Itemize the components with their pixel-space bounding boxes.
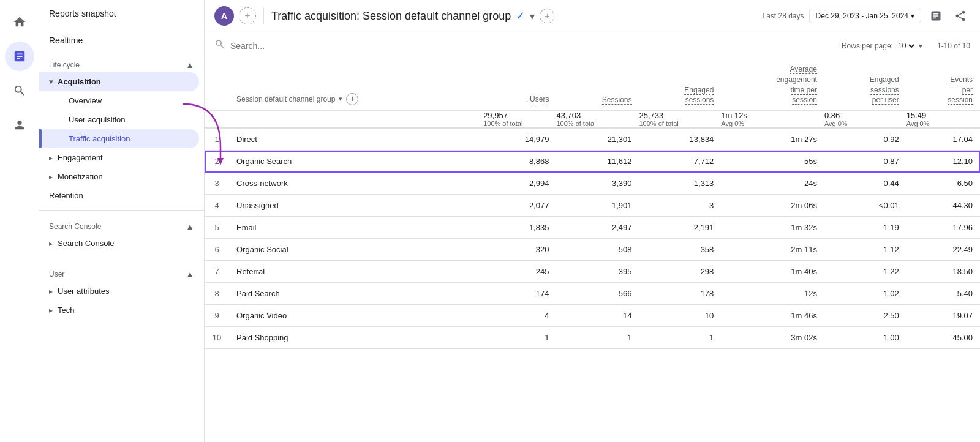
dropdown-icon: ▾ bbox=[919, 42, 922, 50]
eng-per-user-cell: <0.01 bbox=[824, 195, 907, 217]
table-row[interactable]: 9 Organic Video 4 14 10 1m 46s 2.50 19.0… bbox=[205, 305, 980, 327]
table-row[interactable]: 5 Email 1,835 2,497 2,191 1m 32s 1.19 17… bbox=[205, 217, 980, 239]
sessions-cell: 21,301 bbox=[556, 128, 639, 151]
rank-cell: 5 bbox=[205, 217, 229, 239]
avg-time-cell: 12s bbox=[721, 283, 824, 305]
sidebar-item-engagement[interactable]: ▸ Engagement bbox=[39, 148, 199, 167]
eng-per-user-cell: 0.87 bbox=[824, 151, 907, 173]
table-row[interactable]: 8 Paid Search 174 566 178 12s 1.02 5.40 bbox=[205, 283, 980, 305]
sessions-col-header[interactable]: Sessions bbox=[556, 59, 639, 111]
add-comparison-button[interactable]: + bbox=[239, 7, 256, 24]
date-range-picker[interactable]: Dec 29, 2023 - Jan 25, 2024 ▾ bbox=[809, 9, 921, 23]
users-cell: 174 bbox=[483, 283, 556, 305]
rank-cell: 3 bbox=[205, 173, 229, 195]
title-dropdown-icon[interactable]: ▾ bbox=[530, 10, 535, 22]
table-row[interactable]: 7 Referral 245 395 298 1m 40s 1.22 18.50 bbox=[205, 261, 980, 283]
users-cell: 4 bbox=[483, 305, 556, 327]
avg-time-cell: 2m 11s bbox=[721, 239, 824, 261]
user-chevron[interactable]: ▲ bbox=[186, 269, 194, 279]
sidebar-item-acquisition[interactable]: ▾ Acquisition bbox=[39, 72, 199, 91]
avg-engagement-col-header[interactable]: Averageengagementtime persession bbox=[721, 59, 824, 111]
engaged-per-user-col-header[interactable]: Engagedsessionsper user bbox=[824, 59, 907, 111]
sidebar-item-traffic-acquisition[interactable]: Traffic acquisition bbox=[39, 129, 199, 148]
rank-col-header bbox=[205, 59, 229, 111]
sidebar-item-monetization[interactable]: ▸ Monetization bbox=[39, 167, 199, 186]
engaged-sessions-col-header[interactable]: Engagedsessions bbox=[639, 59, 722, 111]
dimension-col-header[interactable]: Session default channel group ▾ + bbox=[229, 59, 483, 111]
sidebar-item-user-acquisition[interactable]: User acquisition bbox=[39, 110, 199, 129]
avg-time-cell: 55s bbox=[721, 151, 824, 173]
title-add-button[interactable]: + bbox=[540, 9, 554, 23]
sidebar-item-retention[interactable]: Retention bbox=[39, 186, 199, 205]
sidebar-item-overview[interactable]: Overview bbox=[39, 91, 199, 110]
table-row[interactable]: 1 Direct 14,979 21,301 13,834 1m 27s 0.9… bbox=[205, 128, 980, 151]
events-cell: 12.10 bbox=[907, 151, 980, 173]
engaged-cell: 178 bbox=[639, 283, 722, 305]
chart-icon-button[interactable] bbox=[926, 6, 946, 26]
verified-icon: ✓ bbox=[516, 9, 525, 23]
search-console-chevron[interactable]: ▲ bbox=[186, 222, 194, 231]
engaged-cell: 298 bbox=[639, 261, 722, 283]
sessions-cell: 508 bbox=[556, 239, 639, 261]
rank-cell: 1 bbox=[205, 128, 229, 151]
sidebar-item-user-attributes[interactable]: ▸ User attributes bbox=[39, 282, 199, 301]
analytics-nav-icon[interactable] bbox=[5, 42, 34, 71]
events-cell: 5.40 bbox=[907, 283, 980, 305]
sidebar-item-reports-snapshot[interactable]: Reports snapshot bbox=[39, 0, 204, 27]
table-row[interactable]: 10 Paid Shopping 1 1 1 3m 02s 1.00 45.00 bbox=[205, 327, 980, 349]
user-attributes-expander-icon: ▸ bbox=[49, 287, 53, 296]
lifecycle-chevron[interactable]: ▲ bbox=[186, 60, 194, 70]
data-table: Session default channel group ▾ + ↓ User… bbox=[205, 59, 980, 349]
dimension-sort-icon: ▾ bbox=[339, 94, 342, 103]
avg-time-cell: 2m 06s bbox=[721, 195, 824, 217]
channel-cell: Paid Search bbox=[229, 283, 483, 305]
share-icon-button[interactable] bbox=[951, 6, 970, 26]
main-content: A + Traffic acquisition: Session default… bbox=[205, 0, 980, 442]
channel-cell: Direct bbox=[229, 128, 483, 151]
eng-per-user-cell: 1.00 bbox=[824, 327, 907, 349]
sessions-cell: 3,390 bbox=[556, 173, 639, 195]
avg-time-cell: 24s bbox=[721, 173, 824, 195]
search-icon bbox=[214, 39, 225, 53]
users-cell: 245 bbox=[483, 261, 556, 283]
avg-time-cell: 3m 02s bbox=[721, 327, 824, 349]
avatar[interactable]: A bbox=[214, 6, 234, 26]
users-cell: 1,835 bbox=[483, 217, 556, 239]
channel-cell: Cross-network bbox=[229, 173, 483, 195]
rank-cell: 8 bbox=[205, 283, 229, 305]
events-per-session-col-header[interactable]: Eventspersession bbox=[907, 59, 980, 111]
engaged-cell: 1,313 bbox=[639, 173, 722, 195]
users-col-header[interactable]: ↓ Users bbox=[483, 59, 556, 111]
users-cell: 8,868 bbox=[483, 151, 556, 173]
rank-cell: 2 bbox=[205, 151, 229, 173]
home-nav-icon[interactable] bbox=[5, 7, 34, 37]
rank-cell: 6 bbox=[205, 239, 229, 261]
users-cell: 320 bbox=[483, 239, 556, 261]
table-row[interactable]: 4 Unassigned 2,077 1,901 3 2m 06s <0.01 … bbox=[205, 195, 980, 217]
engaged-cell: 10 bbox=[639, 305, 722, 327]
audience-nav-icon[interactable] bbox=[5, 110, 34, 140]
sidebar-item-realtime[interactable]: Realtime bbox=[39, 27, 204, 54]
rank-cell: 4 bbox=[205, 195, 229, 217]
page-title: Traffic acquisition: Session default cha… bbox=[271, 9, 758, 23]
channel-cell: Unassigned bbox=[229, 195, 483, 217]
engagement-expander-icon: ▸ bbox=[49, 154, 53, 162]
search-input[interactable] bbox=[230, 41, 837, 51]
search-nav-icon[interactable] bbox=[5, 76, 34, 105]
users-cell: 2,994 bbox=[483, 173, 556, 195]
table-row[interactable]: 3 Cross-network 2,994 3,390 1,313 24s 0.… bbox=[205, 173, 980, 195]
icon-bar bbox=[0, 0, 39, 442]
table-row[interactable]: 6 Organic Social 320 508 358 2m 11s 1.12… bbox=[205, 239, 980, 261]
sidebar-item-search-console[interactable]: ▸ Search Console bbox=[39, 234, 199, 253]
eng-per-user-cell: 1.12 bbox=[824, 239, 907, 261]
users-sort-icon: ↓ bbox=[526, 96, 529, 105]
table-row[interactable]: 2 Organic Search 8,868 11,612 7,712 55s … bbox=[205, 151, 980, 173]
engaged-cell: 1 bbox=[639, 327, 722, 349]
rows-per-page-select[interactable]: 10 25 50 bbox=[895, 41, 916, 51]
add-dimension-button[interactable]: + bbox=[346, 93, 358, 105]
search-bar: Rows per page: 10 25 50 ▾ 1-10 of 10 bbox=[205, 32, 980, 59]
search-console-expander-icon: ▸ bbox=[49, 239, 53, 248]
eng-per-user-cell: 0.44 bbox=[824, 173, 907, 195]
sidebar-item-tech[interactable]: ▸ Tech bbox=[39, 301, 199, 320]
sessions-cell: 566 bbox=[556, 283, 639, 305]
